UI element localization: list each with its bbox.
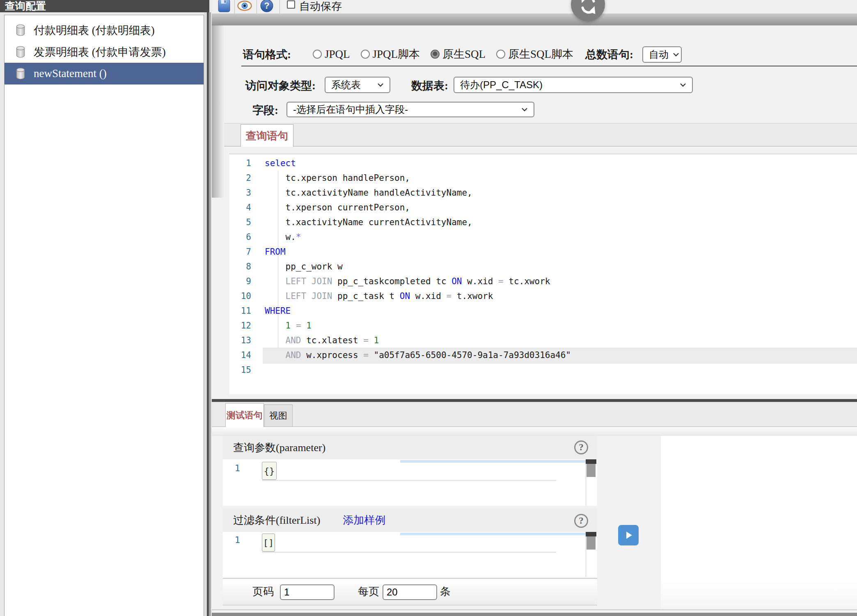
help-icon[interactable]: ? (260, 0, 274, 13)
radio-label: 原生SQL (442, 47, 486, 62)
data-table-label: 数据表: (411, 78, 448, 93)
line-number: 9 (229, 274, 251, 289)
editor-scroll-thumb[interactable] (587, 464, 596, 477)
tab-test-statement[interactable]: 测试语句 (225, 403, 264, 427)
sql-line-3: 3 tc.xactivityName handleActivityName, (229, 185, 857, 200)
panel-left-shadow (212, 25, 224, 198)
toolbar-separator (257, 0, 257, 14)
data-table-select[interactable]: 待办(PP_C_TASK) (454, 77, 693, 93)
editor-underline (262, 480, 556, 481)
statement-list: 付款明细表 (付款明细表)发票明细表 (付款申请发票)newStatement … (4, 15, 204, 616)
refresh-icon (575, 0, 601, 17)
sql-line-8: 8 pp_c_work w (229, 259, 857, 274)
parameter-editor[interactable]: 1 {} (223, 459, 597, 506)
panel-top-shadow (212, 14, 857, 25)
page-number-input[interactable] (280, 584, 335, 600)
chevron-down-icon (673, 52, 679, 57)
sidebar-item-2[interactable]: newStatement () (5, 63, 204, 84)
field-select[interactable]: -选择后在语句中插入字段- (286, 102, 534, 117)
question-circle-icon[interactable]: ? (574, 514, 588, 528)
parameter-section-title: 查询参数(parameter) (233, 440, 325, 455)
chevron-down-icon (680, 83, 686, 87)
sidebar-splitter[interactable] (204, 12, 212, 616)
database-icon (14, 68, 27, 80)
field-label: 字段: (252, 103, 278, 118)
format-radio-2[interactable]: 原生SQL (431, 47, 486, 62)
splitter-line (209, 12, 211, 616)
editor-scroll-track (586, 459, 586, 506)
line-number: 1 (223, 463, 240, 473)
filter-section-header: 过滤条件(filterList) 添加样例 ? (223, 509, 597, 532)
splitter-line (207, 12, 209, 616)
autosave-checkbox[interactable] (287, 0, 295, 9)
sidebar-item-label: 付款明细表 (付款明细表) (34, 23, 155, 38)
sql-editor[interactable]: 1select2 tc.xperson handlePerson,3 tc.xa… (229, 154, 857, 394)
sidebar: 查询配置 付款明细表 (付款明细表)发票明细表 (付款申请发票)newState… (0, 0, 212, 616)
filter-editor[interactable]: 1 [] (223, 532, 597, 577)
sidebar-item-label: 发票明细表 (付款申请发票) (34, 45, 166, 59)
preview-eye-icon[interactable] (237, 0, 251, 14)
radio-label: JPQL (325, 48, 350, 61)
sql-line-12: 12 1 = 1 (229, 318, 857, 333)
question-circle-icon[interactable]: ? (574, 440, 588, 454)
editor-hscroll-indicator (400, 533, 586, 535)
sql-code-lines: 1select2 tc.xperson handlePerson,3 tc.xa… (229, 156, 857, 377)
toolbar-separator (280, 0, 280, 14)
editor-scroll-cap (586, 459, 596, 464)
chevron-down-icon (377, 83, 384, 87)
line-number: 3 (229, 185, 251, 200)
add-sample-link[interactable]: 添加样例 (343, 513, 385, 527)
parameter-section-header: 查询参数(parameter) ? (223, 436, 597, 459)
sql-line-2: 2 tc.xperson handlePerson, (229, 171, 857, 185)
format-radio-0[interactable]: JPQL (313, 48, 350, 61)
editor-scroll-thumb[interactable] (587, 536, 596, 550)
radio-label: JPQL脚本 (373, 47, 420, 62)
filter-section-title: 过滤条件(filterList) (233, 513, 320, 527)
line-number: 13 (229, 333, 251, 348)
database-icon (14, 46, 27, 58)
database-icon (14, 24, 27, 37)
sql-line-4: 4 t.xperson currentPerson, (229, 200, 857, 215)
results-panel (661, 436, 857, 610)
format-radio-3[interactable]: 原生SQL脚本 (496, 47, 573, 62)
sql-line-11: 11WHERE (229, 303, 857, 318)
line-number: 11 (229, 303, 251, 318)
sql-line-13: 13 AND tc.xlatest = 1 (229, 333, 857, 348)
page-number-label: 页码 (252, 584, 274, 599)
editor-scroll-cap (586, 532, 596, 536)
sql-line-1: 1select (229, 156, 857, 171)
query-tabbar (224, 123, 857, 146)
format-radio-1[interactable]: JPQL脚本 (361, 47, 420, 62)
section-divider-bar (212, 399, 857, 402)
data-table-value: 待办(PP_C_TASK) (460, 78, 543, 91)
test-top-gradient (212, 427, 857, 436)
tab-query-statement[interactable]: 查询语句 (241, 124, 293, 147)
autosave-label: 自动保存 (299, 0, 342, 14)
sql-line-14: 14 AND w.xprocess = "a05f7a65-6500-4570-… (229, 348, 857, 363)
main-toolbar: ? 自动保存 (212, 0, 857, 14)
parameter-value[interactable]: {} (262, 462, 277, 480)
sidebar-item-1[interactable]: 发票明细表 (付款申请发票) (5, 41, 204, 63)
radio-label: 原生SQL脚本 (508, 47, 573, 62)
count-statement-select[interactable]: 自动 (642, 46, 682, 63)
pagination-bar: 页码 每页 条 (223, 578, 597, 605)
filter-value[interactable]: [] (262, 534, 275, 552)
count-statement-value: 自动 (649, 48, 669, 61)
line-number: 12 (229, 318, 251, 333)
line-number: 1 (229, 156, 251, 171)
form-separator (241, 66, 857, 66)
format-label: 语句格式: (243, 47, 291, 62)
run-query-button[interactable] (618, 525, 639, 545)
line-number: 1 (223, 535, 240, 545)
line-number: 15 (229, 363, 251, 377)
line-number: 5 (229, 215, 251, 230)
chevron-down-icon (521, 107, 528, 112)
access-type-select[interactable]: 系统表 (325, 77, 390, 93)
page-size-input[interactable] (383, 584, 437, 600)
count-statement-label: 总数语句: (585, 47, 633, 62)
save-icon[interactable] (217, 0, 231, 13)
tab-view[interactable]: 视图 (264, 404, 293, 427)
toolbar-separator (234, 0, 235, 14)
sidebar-item-0[interactable]: 付款明细表 (付款明细表) (5, 19, 204, 41)
access-type-label: 访问对象类型: (245, 78, 316, 93)
